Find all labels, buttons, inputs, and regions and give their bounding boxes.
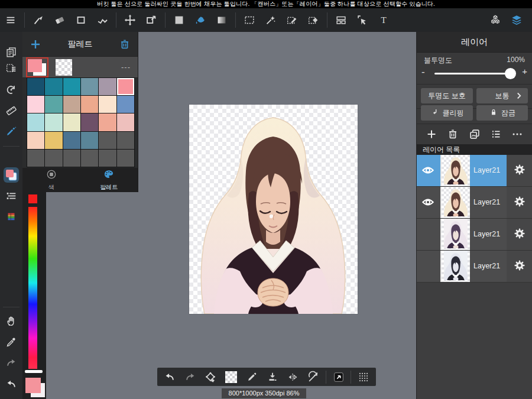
canvas-tool-pen[interactable]: [244, 369, 260, 385]
opacity-slider-knob[interactable]: [505, 68, 516, 79]
canvas-tool-undo[interactable]: [161, 369, 178, 385]
layer-row[interactable]: Layer21: [417, 187, 532, 219]
tool-rect[interactable]: [70, 9, 92, 31]
palette-swatch[interactable]: [27, 132, 44, 149]
palette-swatch[interactable]: [45, 78, 62, 95]
tool-transform[interactable]: [141, 9, 162, 31]
canvas-tool-rotate-off[interactable]: [305, 369, 322, 385]
tool-select-eraser[interactable]: [303, 9, 324, 31]
hue-slider-indicator[interactable]: [25, 370, 43, 373]
canvas-tool-thumb-nav[interactable]: [330, 369, 347, 385]
transparent-color-chip[interactable]: [56, 59, 72, 76]
palette-swatch[interactable]: [63, 96, 80, 113]
blend-mode-button[interactable]: 보통: [476, 88, 528, 103]
palette-swatch[interactable]: [63, 150, 80, 167]
palette-swatch[interactable]: [45, 96, 62, 113]
tool-magic-wand[interactable]: [260, 9, 281, 31]
sidebar-item-rainbow[interactable]: [5, 210, 18, 226]
canvas-tool-dots-grid[interactable]: [355, 369, 372, 385]
palette-swatch[interactable]: [81, 150, 98, 167]
tool-select-rect[interactable]: [239, 9, 260, 31]
palette-delete-button[interactable]: [112, 32, 138, 56]
layer-visibility-toggle[interactable]: [421, 164, 436, 178]
sidebar-item-hand[interactable]: [5, 314, 18, 330]
opacity-plus-button[interactable]: +: [522, 66, 527, 76]
palette-swatch[interactable]: [27, 150, 44, 167]
alpha-protect-button[interactable]: 투명도 보호: [421, 88, 473, 103]
palette-swatch[interactable]: [117, 78, 134, 95]
tool-gradient[interactable]: [211, 9, 232, 31]
canvas-tool-checker[interactable]: [223, 369, 239, 385]
layer-settings-button[interactable]: [507, 155, 532, 186]
hue-top-swatch[interactable]: [28, 194, 37, 203]
palette-swatch[interactable]: [99, 78, 116, 95]
layer-row[interactable]: Layer21: [417, 219, 532, 251]
palette-add-button[interactable]: [22, 32, 48, 56]
tool-cubes[interactable]: [485, 9, 506, 31]
palette-swatch[interactable]: [27, 78, 44, 95]
sidebar-item-layer-list-sb[interactable]: [5, 189, 18, 205]
tool-menu[interactable]: [0, 9, 21, 31]
tool-eraser[interactable]: [49, 9, 70, 31]
layer-thumbnail[interactable]: [440, 251, 470, 282]
opacity-minus-button[interactable]: -: [421, 66, 425, 78]
layer-thumbnail[interactable]: [440, 219, 470, 250]
tool-fill-square[interactable]: [168, 9, 190, 31]
tool-layers[interactable]: [506, 9, 527, 31]
fg-bg-color-swatch[interactable]: [25, 378, 46, 398]
tool-text[interactable]: T: [373, 9, 394, 31]
palette-swatch[interactable]: [99, 132, 116, 149]
layer-row[interactable]: Layer21: [417, 251, 532, 283]
canvas-tool-export[interactable]: [264, 369, 281, 385]
tool-move[interactable]: [119, 9, 141, 31]
tool-brush[interactable]: [28, 9, 49, 31]
sidebar-item-marker[interactable]: [5, 125, 18, 140]
palette-swatch[interactable]: [63, 132, 80, 149]
canvas-tool-mirror[interactable]: [284, 369, 301, 385]
sidebar-item-undo[interactable]: [5, 378, 18, 393]
tool-polyline[interactable]: [92, 9, 113, 31]
palette-swatch[interactable]: [27, 113, 44, 131]
tool-frame-split[interactable]: [330, 9, 352, 31]
palette-swatch[interactable]: [117, 150, 134, 167]
sidebar-item-select-list[interactable]: [5, 62, 18, 77]
palette-swatch[interactable]: [45, 150, 62, 167]
opacity-slider-track[interactable]: [434, 73, 514, 74]
palette-swatch[interactable]: [45, 132, 62, 149]
palette-swatch[interactable]: [99, 150, 116, 167]
palette-swatch[interactable]: [99, 113, 116, 131]
sidebar-item-rotate[interactable]: [5, 83, 18, 99]
sidebar-item-pages[interactable]: [5, 46, 18, 61]
layer-action-list2[interactable]: [487, 125, 505, 143]
tool-select-cursor[interactable]: [352, 9, 373, 31]
hue-gradient-slider[interactable]: [28, 207, 37, 369]
layer-settings-button[interactable]: [507, 251, 532, 282]
palette-swatch[interactable]: [45, 113, 62, 131]
palette-swatch[interactable]: [27, 96, 44, 113]
sidebar-item-eyedropper[interactable]: [5, 336, 18, 351]
canvas-tool-transform-free[interactable]: [202, 369, 219, 385]
palette-swatch[interactable]: [99, 96, 116, 113]
palette-swatch[interactable]: [63, 113, 80, 131]
sidebar-item-redo[interactable]: [5, 356, 18, 372]
canvas[interactable]: [189, 105, 358, 314]
palette-swatch[interactable]: [81, 96, 98, 113]
layer-action-more[interactable]: [508, 125, 526, 143]
layer-thumbnail[interactable]: [440, 155, 470, 186]
palette-swatch[interactable]: [81, 113, 98, 131]
sidebar-item-color-swatch[interactable]: [3, 167, 20, 186]
layer-settings-button[interactable]: [507, 187, 532, 218]
layer-row[interactable]: Layer21: [417, 155, 532, 187]
layer-settings-button[interactable]: [507, 219, 532, 250]
layer-thumbnail[interactable]: [440, 187, 470, 218]
current-color-chip[interactable]: [27, 59, 47, 76]
layer-action-trash2[interactable]: [444, 125, 462, 143]
palette-swatch[interactable]: [117, 113, 134, 131]
layer-visibility-toggle[interactable]: [421, 196, 436, 210]
palette-swatch[interactable]: [63, 78, 80, 95]
tool-select-pen[interactable]: [281, 9, 303, 31]
canvas-tool-redo[interactable]: [182, 369, 199, 385]
tab-color[interactable]: 색: [22, 168, 80, 192]
palette-swatch[interactable]: [117, 96, 134, 113]
tool-bucket-active[interactable]: [190, 9, 211, 31]
